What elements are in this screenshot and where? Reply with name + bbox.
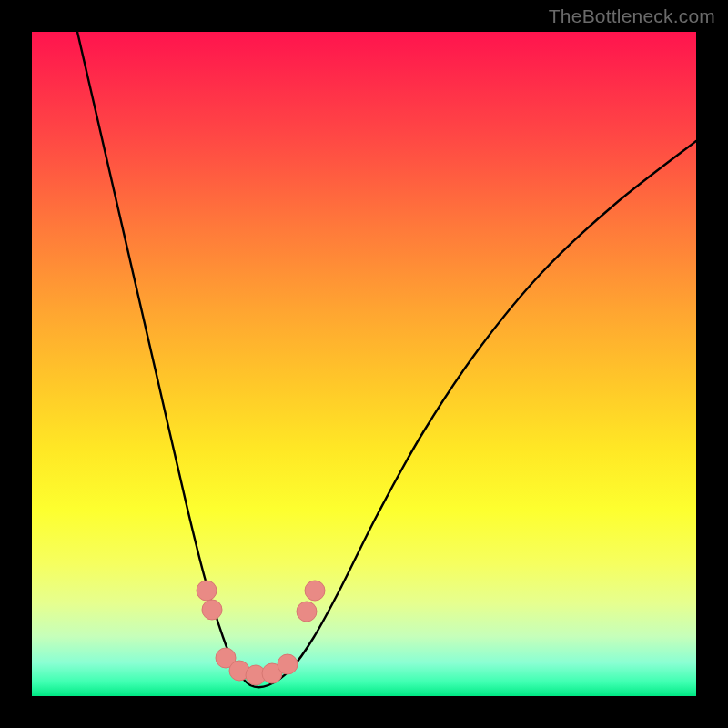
bottleneck-curve <box>77 32 696 687</box>
marker-left-bottom <box>202 600 222 620</box>
watermark-text: TheBottleneck.com <box>549 5 715 27</box>
bottleneck-curve-svg <box>32 32 696 696</box>
curve-markers <box>197 581 325 685</box>
marker-floor-5 <box>278 654 298 674</box>
marker-right-top <box>297 602 317 622</box>
chart-area <box>32 32 696 696</box>
marker-left-top <box>197 581 217 601</box>
marker-right-bottom <box>305 581 325 601</box>
